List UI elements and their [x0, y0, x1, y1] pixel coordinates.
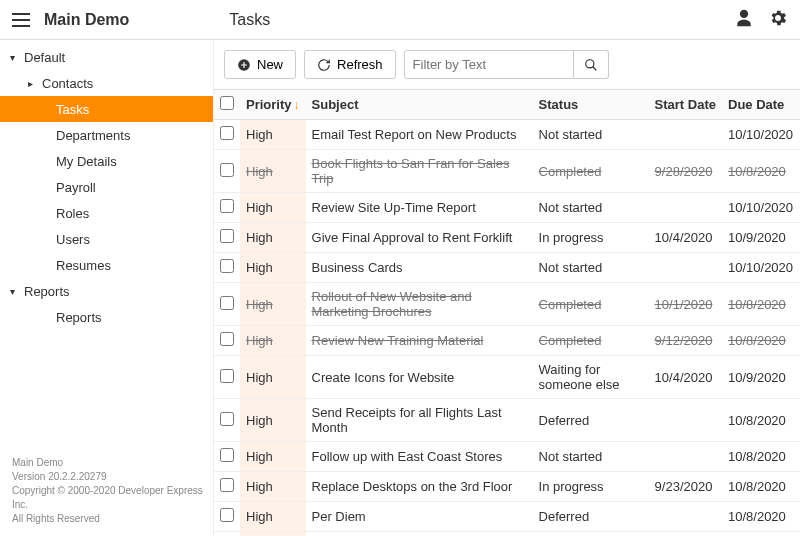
table-row[interactable]: HighBusiness CardsNot started10/10/2020: [214, 253, 800, 283]
row-checkbox[interactable]: [220, 163, 234, 177]
sidebar-item[interactable]: ▾Reports: [0, 278, 213, 304]
cell-start-date: 9/23/2020: [649, 472, 722, 502]
cell-due-date: 10/8/2020: [722, 502, 800, 532]
sidebar-item[interactable]: Users: [0, 226, 213, 252]
cell-subject: Follow up with East Coast Stores: [306, 442, 533, 472]
cell-subject: Per Diem: [306, 502, 533, 532]
cell-status: Not started: [533, 442, 649, 472]
cell-priority: High: [240, 223, 306, 253]
cell-due-date: 10/8/2020: [722, 532, 800, 537]
table-row[interactable]: HighCreate Icons for WebsiteWaiting for …: [214, 356, 800, 399]
user-icon[interactable]: [734, 8, 754, 31]
cell-priority: High: [240, 532, 306, 537]
footer-line: Version 20.2.2.20279: [12, 470, 203, 484]
table-row[interactable]: HighPer DiemDeferred10/8/2020: [214, 502, 800, 532]
sidebar-item-label: Departments: [56, 128, 130, 143]
cell-subject: Email Test Report on New Products: [306, 120, 533, 150]
row-checkbox[interactable]: [220, 508, 234, 522]
sidebar-footer: Main Demo Version 20.2.2.20279 Copyright…: [0, 446, 213, 536]
sidebar-item[interactable]: Roles: [0, 200, 213, 226]
row-checkbox[interactable]: [220, 478, 234, 492]
cell-select: [214, 283, 240, 326]
cell-priority: High: [240, 253, 306, 283]
sidebar-item[interactable]: ▾Default: [0, 44, 213, 70]
column-header-select[interactable]: [214, 90, 240, 120]
column-header-start-date[interactable]: Start Date: [649, 90, 722, 120]
sidebar-item-label: Roles: [56, 206, 89, 221]
sidebar-item[interactable]: Payroll: [0, 174, 213, 200]
table-row[interactable]: HighFollow up with East Coast StoresNot …: [214, 442, 800, 472]
column-header-due-date[interactable]: Due Date: [722, 90, 800, 120]
table-row[interactable]: HighEmail Test Report on New ProductsNot…: [214, 120, 800, 150]
select-all-checkbox[interactable]: [220, 96, 234, 110]
cell-subject: Business Cards: [306, 253, 533, 283]
gear-icon[interactable]: [768, 8, 788, 31]
cell-status: In progress: [533, 472, 649, 502]
cell-select: [214, 442, 240, 472]
row-checkbox[interactable]: [220, 296, 234, 310]
app-header: Main Demo Tasks: [0, 0, 800, 40]
sidebar-item[interactable]: Reports: [0, 304, 213, 330]
cell-due-date: 10/8/2020: [722, 283, 800, 326]
cell-subject: Create Icons for Website: [306, 356, 533, 399]
refresh-button-label: Refresh: [337, 57, 383, 72]
cell-start-date: [649, 120, 722, 150]
row-checkbox[interactable]: [220, 369, 234, 383]
cell-select: [214, 150, 240, 193]
menu-icon[interactable]: [12, 11, 30, 29]
sidebar-item-label: Resumes: [56, 258, 111, 273]
column-header-priority[interactable]: Priority↓: [240, 90, 306, 120]
cell-start-date: [649, 399, 722, 442]
cell-start-date: 9/9/2020: [649, 532, 722, 537]
new-button[interactable]: New: [224, 50, 296, 79]
cell-start-date: [649, 193, 722, 223]
cell-subject: Create New Spike for Automation Server: [306, 532, 533, 537]
sidebar-item[interactable]: Resumes: [0, 252, 213, 278]
cell-start-date: 9/12/2020: [649, 326, 722, 356]
row-checkbox[interactable]: [220, 332, 234, 346]
table-row[interactable]: HighReview Site Up-Time ReportNot starte…: [214, 193, 800, 223]
cell-select: [214, 326, 240, 356]
cell-subject: Rollout of New Website and Marketing Bro…: [306, 283, 533, 326]
cell-due-date: 10/9/2020: [722, 223, 800, 253]
row-checkbox[interactable]: [220, 412, 234, 426]
cell-status: Completed: [533, 532, 649, 537]
sidebar-tree: ▾Default▸ContactsTasksDepartmentsMy Deta…: [0, 40, 213, 446]
table-row[interactable]: HighRollout of New Website and Marketing…: [214, 283, 800, 326]
row-checkbox[interactable]: [220, 199, 234, 213]
sidebar-item[interactable]: ▸Contacts: [0, 70, 213, 96]
cell-select: [214, 399, 240, 442]
table-row[interactable]: HighReview New Training MaterialComplete…: [214, 326, 800, 356]
footer-line: Main Demo: [12, 456, 203, 470]
table-row[interactable]: HighCreate New Spike for Automation Serv…: [214, 532, 800, 537]
column-header-subject[interactable]: Subject: [306, 90, 533, 120]
row-checkbox[interactable]: [220, 259, 234, 273]
cell-due-date: 10/9/2020: [722, 356, 800, 399]
sidebar-item-label: Reports: [24, 284, 70, 299]
filter-input[interactable]: [404, 50, 574, 79]
page-title: Tasks: [229, 11, 270, 29]
table-row[interactable]: HighReplace Desktops on the 3rd FloorIn …: [214, 472, 800, 502]
row-checkbox[interactable]: [220, 229, 234, 243]
sidebar-item[interactable]: Tasks: [0, 96, 213, 122]
cell-select: [214, 502, 240, 532]
cell-subject: Book Flights to San Fran for Sales Trip: [306, 150, 533, 193]
table-row[interactable]: HighSend Receipts for all Flights Last M…: [214, 399, 800, 442]
footer-line: All Rights Reserved: [12, 512, 203, 526]
footer-line: Copyright © 2000-2020 Developer Express …: [12, 484, 203, 512]
table-row[interactable]: HighBook Flights to San Fran for Sales T…: [214, 150, 800, 193]
sidebar-item[interactable]: My Details: [0, 148, 213, 174]
row-checkbox[interactable]: [220, 126, 234, 140]
column-header-status[interactable]: Status: [533, 90, 649, 120]
sidebar-item[interactable]: Departments: [0, 122, 213, 148]
table-row[interactable]: HighGive Final Approval to Rent Forklift…: [214, 223, 800, 253]
search-icon: [584, 58, 598, 72]
cell-status: Waiting for someone else: [533, 356, 649, 399]
cell-priority: High: [240, 442, 306, 472]
sidebar-item-label: My Details: [56, 154, 117, 169]
row-checkbox[interactable]: [220, 448, 234, 462]
search-button[interactable]: [574, 50, 609, 79]
refresh-button[interactable]: Refresh: [304, 50, 396, 79]
cell-priority: High: [240, 120, 306, 150]
new-button-label: New: [257, 57, 283, 72]
